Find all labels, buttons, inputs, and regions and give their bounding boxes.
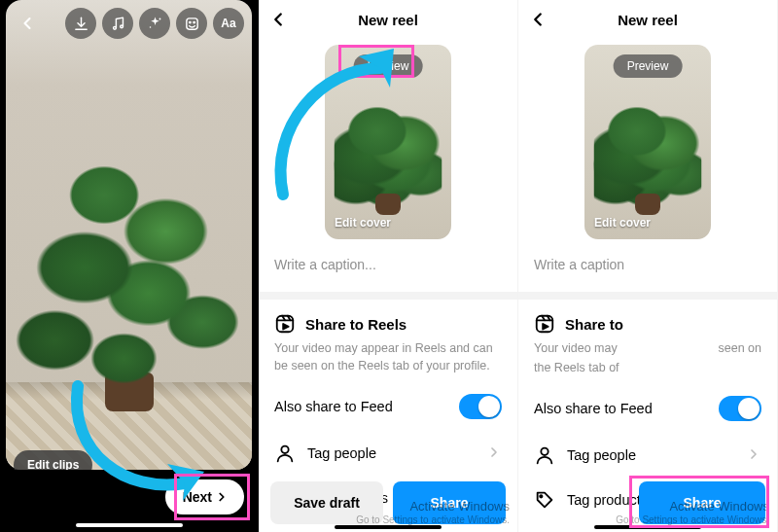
share-button[interactable]: Share <box>639 481 765 524</box>
preview-button[interactable]: Preview <box>614 54 683 78</box>
new-reel-screen: New reel Preview Edit cover Write a capt… <box>259 0 518 532</box>
share-section-title: Share to <box>565 316 623 333</box>
thumb-pot <box>635 194 660 215</box>
back-icon[interactable] <box>14 10 41 37</box>
next-label: Next <box>183 489 212 505</box>
edit-cover-button[interactable]: Edit cover <box>335 216 391 230</box>
svg-point-6 <box>193 21 194 22</box>
reels-icon <box>274 313 296 335</box>
tag-people-row[interactable]: Tag people <box>518 433 777 478</box>
home-indicator <box>76 523 183 527</box>
svg-point-5 <box>189 21 190 22</box>
sticker-icon[interactable] <box>176 8 207 39</box>
bottom-bar: Save draft Share <box>259 481 517 524</box>
svg-marker-9 <box>283 324 289 330</box>
svg-point-15 <box>541 448 548 455</box>
next-button[interactable]: Next <box>165 479 244 514</box>
user-icon <box>534 444 555 466</box>
edit-cover-button[interactable]: Edit cover <box>594 216 651 230</box>
share-section-desc: Your video may appear in Reels and can b… <box>274 340 502 374</box>
thumb-pot <box>375 194 401 215</box>
also-share-toggle[interactable] <box>719 396 761 421</box>
also-share-row: Also share to Feed <box>259 382 517 431</box>
svg-point-3 <box>149 26 151 28</box>
tag-people-row[interactable]: Tag people <box>259 431 517 476</box>
page-title: New reel <box>358 12 418 28</box>
also-share-label: Also share to Feed <box>534 401 653 416</box>
chevron-right-icon <box>746 446 761 465</box>
bottom-bar: Share <box>518 481 777 524</box>
sparkle-icon[interactable] <box>139 8 170 39</box>
share-section: Share to Your video may seen on the Reel… <box>518 300 777 384</box>
home-indicator <box>594 525 701 529</box>
plant-leaves <box>6 68 252 431</box>
save-draft-button[interactable]: Save draft <box>270 481 383 524</box>
share-button[interactable]: Share <box>393 481 506 524</box>
chevron-right-icon <box>215 490 229 504</box>
reel-thumbnail[interactable]: Preview Edit cover <box>325 45 451 239</box>
also-share-label: Also share to Feed <box>274 399 393 414</box>
svg-point-1 <box>120 24 123 27</box>
editor-bottom-bar: Next <box>0 470 258 532</box>
share-section: Share to Reels Your video may appear in … <box>259 300 517 382</box>
svg-marker-14 <box>543 324 548 330</box>
section-divider <box>518 292 777 300</box>
back-icon[interactable] <box>524 6 551 33</box>
tag-people-label: Tag people <box>567 447 636 463</box>
caption-input[interactable]: Write a caption... <box>259 239 517 292</box>
chevron-right-icon <box>486 444 502 463</box>
video-preview[interactable]: Aa <box>6 0 252 470</box>
header: New reel <box>518 0 777 39</box>
thumb-plant <box>335 89 442 209</box>
share-section-desc-2: the Reels tab of <box>534 360 761 377</box>
download-icon[interactable] <box>65 8 96 39</box>
reels-icon <box>534 313 555 335</box>
preview-button[interactable]: Preview <box>354 54 423 78</box>
header: New reel <box>259 0 517 39</box>
reel-thumbnail[interactable]: Preview Edit cover <box>584 45 711 239</box>
share-section-desc: Your video may seen on <box>534 340 761 358</box>
home-indicator <box>335 525 442 529</box>
back-icon[interactable] <box>265 6 292 33</box>
also-share-row: Also share to Feed <box>518 384 777 433</box>
share-section-title: Share to Reels <box>305 316 407 333</box>
tag-people-label: Tag people <box>307 445 376 461</box>
editor-screen: Aa Edit clips Next <box>0 0 259 532</box>
page-title: New reel <box>618 12 678 28</box>
section-divider <box>259 292 517 300</box>
caption-input[interactable]: Write a caption <box>518 239 777 292</box>
also-share-toggle[interactable] <box>459 394 502 419</box>
svg-point-2 <box>159 18 160 19</box>
new-reel-screen-b: New reel Preview Edit cover Write a capt… <box>518 0 778 532</box>
thumb-plant <box>594 89 702 209</box>
text-icon[interactable]: Aa <box>213 8 244 39</box>
music-icon[interactable] <box>102 8 133 39</box>
editor-toolbar: Aa <box>14 8 244 39</box>
user-icon <box>274 443 296 464</box>
svg-point-0 <box>113 26 116 29</box>
svg-point-10 <box>281 446 288 453</box>
